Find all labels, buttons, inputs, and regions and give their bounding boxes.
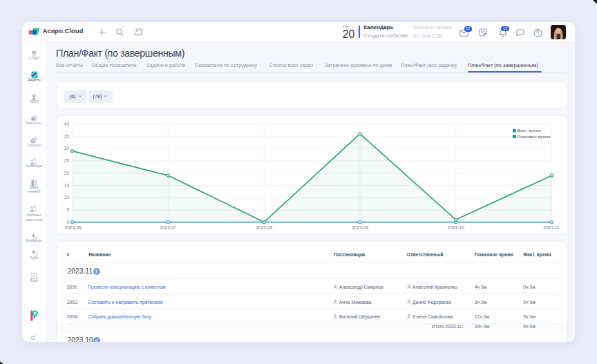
svg-text:2023-06: 2023-06 (65, 225, 82, 230)
svg-text:35: 35 (64, 134, 70, 139)
svg-text:0: 0 (66, 220, 69, 224)
svg-text:10: 10 (64, 195, 70, 200)
svg-text:Плановое время: Плановое время (518, 134, 551, 139)
svg-text:30: 30 (64, 146, 70, 151)
svg-text:20: 20 (64, 171, 70, 175)
svg-text:15: 15 (64, 183, 70, 188)
svg-text:25: 25 (64, 158, 70, 163)
svg-text:2023-08: 2023-08 (256, 225, 272, 230)
svg-text:2023-09: 2023-09 (352, 225, 368, 230)
svg-text:2023-11: 2023-11 (543, 225, 560, 230)
svg-text:40: 40 (64, 122, 70, 126)
svg-text:5: 5 (66, 207, 69, 212)
svg-text:Факт. время: Факт. время (518, 128, 541, 133)
svg-text:2023-10: 2023-10 (448, 225, 464, 230)
svg-text:2023-07: 2023-07 (160, 225, 176, 230)
